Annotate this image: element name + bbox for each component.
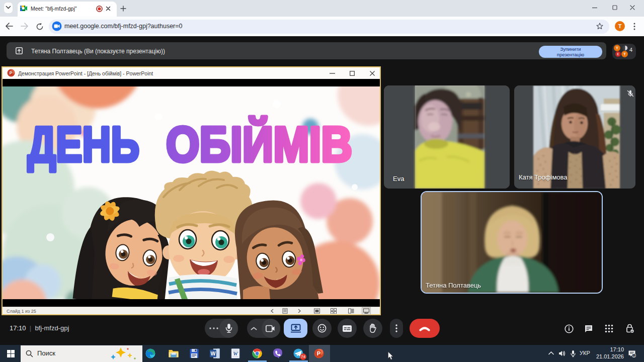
svg-text:1: 1 [633, 354, 635, 357]
svg-text:W: W [211, 350, 216, 356]
svg-text:P: P [317, 350, 320, 356]
svg-text:P: P [10, 70, 13, 75]
svg-text:W: W [233, 350, 238, 356]
